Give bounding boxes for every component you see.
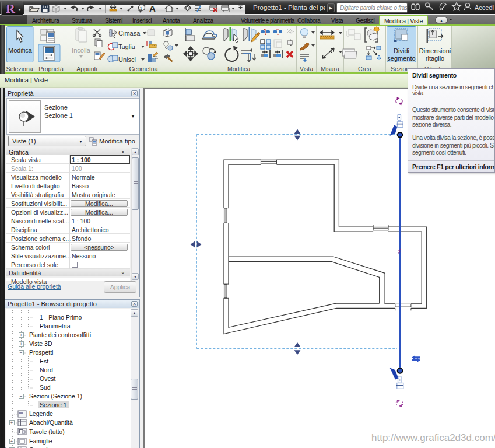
svg-text:ritaglio: ritaglio [426,55,444,62]
svg-text:Cimasa: Cimasa [118,30,141,37]
svg-text:1: 1 [140,6,143,11]
svg-text:Taglia: Taglia [118,43,136,50]
svg-text:Dividi: Dividi [394,47,409,54]
svg-text:Incolla: Incolla [72,47,91,54]
svg-text:Modifica: Modifica [8,47,33,54]
svg-text:Unisci: Unisci [118,56,136,63]
svg-text:A: A [149,4,156,13]
svg-text:Dimensioni: Dimensioni [419,47,451,54]
svg-text:segmento: segmento [387,55,415,62]
